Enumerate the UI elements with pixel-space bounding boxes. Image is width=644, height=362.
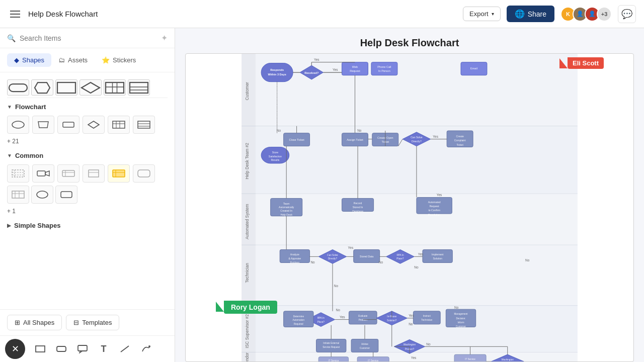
tab-shapes[interactable]: ◆ Shapes [7, 53, 51, 67]
text-icon: T [101, 344, 107, 354]
svg-rect-38 [78, 345, 87, 351]
shape-item[interactable] [108, 116, 130, 134]
svg-text:BPA In: BPA In [317, 317, 325, 319]
callout-tool[interactable] [72, 339, 93, 359]
shape-preview[interactable] [31, 79, 53, 96]
flowchart-canvas[interactable]: Rory Logan Customer Help Desk Team #2 Au… [185, 53, 634, 362]
document-title: Help Desk Flowchart [28, 10, 98, 18]
svg-text:Automation: Automation [293, 319, 305, 321]
svg-text:IT Service: IT Service [465, 358, 475, 360]
shape-item[interactable] [57, 164, 79, 183]
shape-item[interactable] [133, 116, 155, 134]
menu-button[interactable] [8, 9, 22, 20]
svg-text:Solution: Solution [433, 257, 442, 260]
svg-text:Determine: Determine [293, 315, 304, 318]
shape-item[interactable] [57, 116, 79, 134]
svg-text:Help Desk: Help Desk [280, 213, 292, 216]
svg-text:Technician: Technician [245, 263, 250, 283]
close-button[interactable]: ✕ [5, 339, 25, 359]
svg-rect-10 [63, 122, 74, 127]
shape-preview[interactable] [104, 79, 126, 96]
category-flowchart: ▼ Flowchart [7, 102, 168, 146]
svg-text:Management: Management [454, 313, 468, 315]
svg-text:Vendor: Vendor [245, 352, 250, 361]
svg-text:Automated System: Automated System [245, 204, 250, 239]
rounded-rect-tool[interactable] [51, 339, 71, 359]
svg-text:Yes: Yes [340, 315, 345, 319]
svg-text:Can Solve: Can Solve [327, 254, 338, 256]
more-shapes-flowchart[interactable]: + 21 [7, 137, 168, 146]
svg-text:Created In: Created In [280, 209, 292, 212]
svg-text:to Confirm: to Confirm [428, 209, 440, 212]
svg-text:No: No [357, 129, 362, 132]
shape-item[interactable] [32, 116, 54, 134]
svg-text:Results: Results [271, 158, 279, 161]
svg-text:Yes: Yes [314, 58, 319, 61]
tab-assets[interactable]: 🗂 Assets [51, 53, 95, 67]
search-input[interactable] [20, 34, 157, 42]
canvas-area[interactable]: Help Desk Flowchart Eli Scott Rory Logan… [175, 28, 644, 362]
svg-rect-36 [36, 346, 45, 352]
shape-preview[interactable] [128, 79, 150, 96]
svg-text:Resolution: Resolution [428, 213, 440, 216]
shape-item[interactable] [108, 164, 130, 183]
shape-preview[interactable] [55, 79, 77, 96]
svg-rect-157 [351, 339, 378, 352]
svg-text:Create: Create [456, 135, 463, 138]
svg-text:Evaluate: Evaluate [358, 315, 367, 317]
svg-text:Store: Store [272, 151, 278, 154]
main-layout: 🔍 ✦ ◆ Shapes 🗂 Assets ⭐ Stickers [0, 28, 644, 362]
collapse-icon: ▼ [7, 104, 12, 110]
svg-text:ISC Supervisor #2: ISC Supervisor #2 [245, 314, 250, 348]
category-header-flowchart[interactable]: ▼ Flowchart [7, 102, 168, 112]
export-button[interactable]: Export ▾ [463, 7, 501, 21]
more-shapes-common[interactable]: + 1 [7, 207, 168, 216]
shape-item[interactable] [83, 164, 105, 183]
svg-point-9 [12, 121, 24, 128]
text-tool[interactable]: T [94, 339, 114, 359]
sidebar: 🔍 ✦ ◆ Shapes 🗂 Assets ⭐ Stickers [0, 28, 175, 362]
shape-item[interactable] [7, 116, 29, 134]
rectangle-tool[interactable] [30, 339, 50, 359]
tab-stickers[interactable]: ⭐ Stickers [95, 53, 143, 67]
share-button[interactable]: 🌐 Share [507, 6, 554, 22]
svg-text:No: No [334, 284, 339, 288]
category-header-simple[interactable]: ▶ Simple Shapes [7, 221, 168, 230]
svg-text:In Person: In Person [378, 69, 390, 72]
svg-text:Email: Email [470, 67, 477, 70]
svg-text:Inform: Inform [457, 321, 464, 324]
shape-item[interactable] [7, 186, 29, 204]
pen-tool[interactable] [136, 339, 156, 359]
category-header-common[interactable]: ▼ Common [7, 151, 168, 160]
svg-rect-2 [106, 82, 124, 93]
svg-text:Request: Request [350, 69, 360, 72]
svg-text:Can Solve: Can Solve [411, 136, 423, 139]
shape-item[interactable] [83, 116, 105, 134]
svg-text:Decision:: Decision: [456, 317, 465, 320]
shape-item[interactable] [31, 186, 53, 204]
star-button[interactable]: ✦ [161, 33, 168, 43]
shape-preview[interactable] [7, 79, 29, 96]
svg-text:Complaint: Complaint [454, 139, 466, 142]
shape-item[interactable] [133, 164, 155, 183]
svg-text:Yes: Yes [411, 356, 417, 359]
canvas-title: Help Desk Flowchart [175, 28, 644, 52]
shape-item[interactable] [55, 186, 77, 204]
svg-text:Directly?: Directly? [412, 140, 422, 143]
templates-button[interactable]: ⊟ Templates [66, 315, 119, 330]
svg-rect-54 [256, 54, 578, 126]
svg-text:Web: Web [352, 65, 358, 68]
svg-text:No: No [426, 342, 431, 346]
shape-item[interactable] [32, 164, 54, 183]
avatar-overflow[interactable]: +3 [597, 7, 612, 22]
svg-text:Solution?: Solution? [387, 319, 397, 322]
svg-text:Analyze: Analyze [290, 253, 299, 256]
svg-rect-27 [113, 170, 125, 177]
shape-item[interactable] [7, 164, 29, 183]
all-shapes-button[interactable]: ⊞ All Shapes [7, 315, 62, 330]
chat-button[interactable]: 💬 [618, 5, 636, 23]
assets-icon: 🗂 [58, 56, 65, 64]
shape-preview[interactable] [79, 79, 102, 96]
svg-text:Responds: Responds [270, 68, 284, 71]
line-tool[interactable] [115, 339, 135, 359]
